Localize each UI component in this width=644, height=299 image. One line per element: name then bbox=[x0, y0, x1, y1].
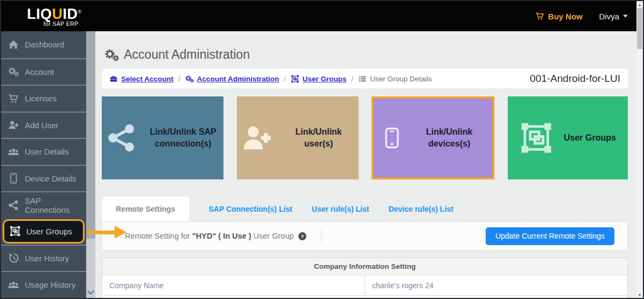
mobile-icon bbox=[8, 173, 19, 184]
sidebar-item-account[interactable]: Account bbox=[1, 58, 86, 85]
page-title: Account Administration bbox=[104, 47, 250, 62]
share-icon bbox=[8, 200, 19, 211]
breadcrumb-user-group-details: User Group Details bbox=[358, 75, 432, 83]
object-group-icon bbox=[520, 122, 553, 154]
tile-link-unlink-users[interactable]: Link/Unlink user(s) bbox=[237, 96, 359, 179]
object-group-icon bbox=[10, 226, 20, 237]
table-row bbox=[102, 296, 628, 299]
breadcrumb-separator: / bbox=[178, 75, 180, 83]
sidebar-item-licenses[interactable]: Licenses bbox=[1, 85, 86, 112]
action-tiles: Link/Unlink SAP connection(s) Link/Unlin… bbox=[102, 96, 628, 179]
cart-icon bbox=[535, 12, 544, 20]
tile-label: Link/Unlink user(s) bbox=[283, 126, 354, 149]
table-cell-value bbox=[365, 296, 627, 299]
tile-label: Link/Unlink devices(s) bbox=[414, 126, 485, 149]
tab-remote-settings[interactable]: Remote Settings bbox=[102, 197, 189, 221]
breadcrumb: Select Account / Account Administration … bbox=[102, 69, 628, 88]
breadcrumb-select-account[interactable]: Select Account bbox=[109, 75, 173, 83]
sidebar-item-label: User History bbox=[25, 254, 69, 263]
caret-down-icon bbox=[623, 15, 628, 18]
update-remote-settings-button[interactable]: Update Current Remote Settings bbox=[486, 227, 614, 245]
user-plus-icon bbox=[241, 123, 272, 152]
sidebar-item-label: Device Details bbox=[25, 174, 76, 183]
gears-icon bbox=[104, 48, 119, 61]
scroll-down-icon[interactable]: ▼ bbox=[636, 291, 643, 298]
cart-icon bbox=[8, 93, 19, 104]
tab-user-rules-list[interactable]: User rule(s) List bbox=[312, 197, 369, 221]
table-row: Company Name charile's rogers 24 bbox=[102, 275, 628, 296]
buy-now-button[interactable]: Buy Now bbox=[535, 1, 583, 31]
buy-now-label: Buy Now bbox=[548, 12, 583, 21]
breadcrumb-separator: / bbox=[284, 75, 286, 83]
sidebar-scrollbar-thumb[interactable] bbox=[86, 31, 95, 239]
tile-link-unlink-devices[interactable]: Link/Unlink devices(s) bbox=[372, 96, 494, 179]
tile-label: User Groups bbox=[564, 132, 616, 144]
user-menu[interactable]: Divya bbox=[599, 1, 628, 31]
sidebar-item-label: Licenses bbox=[25, 94, 57, 103]
share-icon bbox=[107, 123, 137, 153]
help-icon[interactable] bbox=[298, 232, 307, 241]
tab-sap-connections-list[interactable]: SAP Connection(s) List bbox=[208, 197, 292, 221]
user-plus-icon bbox=[8, 120, 19, 130]
briefcase-icon bbox=[109, 75, 118, 83]
gears-icon bbox=[8, 66, 19, 77]
sidebar-scrollbar[interactable] bbox=[86, 31, 95, 298]
home-icon bbox=[8, 39, 19, 50]
history-icon bbox=[8, 253, 19, 263]
company-information-table: Company Information Setting Company Name… bbox=[102, 258, 628, 299]
main-content: Account Administration Select Account / … bbox=[95, 31, 636, 298]
remote-settings-panel: Remote Setting for "HYD" ( In Use ) User… bbox=[102, 221, 628, 251]
sidebar-item-sap-connections[interactable]: SAP Connections bbox=[1, 191, 86, 218]
table-header: Company Information Setting bbox=[102, 258, 628, 275]
tile-user-groups[interactable]: User Groups bbox=[508, 96, 628, 179]
sidebar-item-label: Add User bbox=[25, 121, 59, 130]
table-cell-label bbox=[102, 296, 365, 299]
registered-mark: ® bbox=[78, 9, 82, 15]
tab-device-rules-list[interactable]: Device rule(s) List bbox=[388, 197, 453, 221]
sidebar-item-dashboard[interactable]: Dashboard bbox=[1, 31, 86, 58]
sidebar-item-label: Usage History bbox=[25, 280, 75, 289]
object-group-icon bbox=[291, 75, 299, 83]
sidebar-item-add-user[interactable]: Add User bbox=[1, 112, 86, 138]
table-cell-value: charile's rogers 24 bbox=[365, 275, 627, 295]
user-group-name: "HYD" ( In Use ) bbox=[192, 232, 254, 240]
app-window: LIQUID® for SAP ERP Buy Now Divya Dashbo… bbox=[0, 0, 644, 299]
list-icon bbox=[358, 75, 367, 83]
gears-icon bbox=[185, 75, 194, 83]
divider bbox=[321, 229, 321, 243]
sidebar-item-label: Account bbox=[25, 67, 54, 77]
brand-name: LIQUID® bbox=[27, 4, 82, 22]
sidebar-item-user-history[interactable]: User History bbox=[1, 245, 86, 272]
remote-setting-label: Remote Setting for "HYD" ( In Use ) User… bbox=[125, 229, 321, 243]
chevron-down-icon[interactable] bbox=[87, 288, 94, 295]
tab-bar: Remote Settings SAP Connection(s) List U… bbox=[102, 197, 453, 221]
topbar: LIQUID® for SAP ERP Buy Now Divya bbox=[1, 1, 636, 31]
sidebar-item-user-groups[interactable]: User Groups bbox=[3, 219, 85, 244]
page-scrollbar[interactable]: ▲ ▼ bbox=[636, 1, 643, 298]
page-scrollbar-thumb[interactable] bbox=[637, 8, 642, 49]
annotation-arrow bbox=[87, 231, 115, 234]
breadcrumb-account-administration[interactable]: Account Administration bbox=[185, 75, 279, 83]
users-icon bbox=[8, 280, 19, 290]
mobile-icon bbox=[381, 122, 403, 154]
sidebar-item-usage-history[interactable]: Usage History bbox=[1, 271, 86, 298]
sidebar-item-user-details[interactable]: User Details bbox=[1, 138, 86, 165]
sidebar-item-label: User Details bbox=[25, 147, 69, 156]
current-account-name: 001-Android-for-LUI bbox=[530, 73, 620, 85]
sidebar-item-label: User Groups bbox=[26, 227, 72, 236]
sidebar-item-device-details[interactable]: Device Details bbox=[1, 165, 86, 192]
table-cell-label: Company Name bbox=[102, 275, 365, 295]
sidebar: Dashboard Account Licenses Add User User… bbox=[1, 31, 86, 298]
scroll-up-icon[interactable]: ▲ bbox=[636, 1, 643, 8]
sidebar-item-label: Dashboard bbox=[25, 40, 64, 49]
tile-link-unlink-sap-connections[interactable]: Link/Unlink SAP connection(s) bbox=[102, 96, 223, 179]
brand-logo[interactable]: LIQUID® for SAP ERP bbox=[27, 4, 82, 27]
breadcrumb-user-groups[interactable]: User Groups bbox=[291, 75, 347, 83]
breadcrumb-separator: / bbox=[352, 75, 354, 83]
tile-label: Link/Unlink SAP connection(s) bbox=[148, 126, 219, 149]
user-name: Divya bbox=[599, 12, 619, 21]
sidebar-item-label: SAP Connections bbox=[25, 196, 86, 214]
users-icon bbox=[8, 147, 19, 157]
annotation-arrowhead-icon bbox=[115, 226, 127, 239]
